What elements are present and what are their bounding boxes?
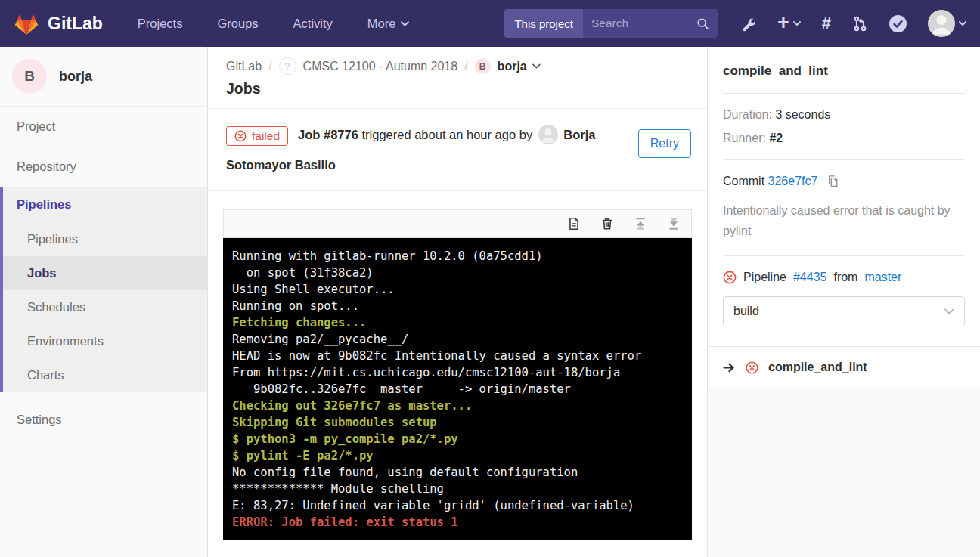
commit-sha-link[interactable]: 326e7fc7 [768, 175, 818, 187]
sidebar-subitem-jobs[interactable]: Jobs [3, 256, 207, 290]
job-details-sidebar: compile_and_lint Duration: 3 seconds Run… [707, 47, 980, 557]
nav-projects[interactable]: Projects [138, 17, 183, 31]
breadcrumb: GitLab / ? CMSC 12100 - Autumn 2018 / B … [226, 57, 689, 75]
job-log: Running with gitlab-runner 10.2.0 (0a75c… [223, 209, 692, 540]
pipeline-row: Pipeline #4435 from master [723, 271, 965, 284]
log-line: Running on spot... [232, 298, 683, 314]
breadcrumb-separator: / [464, 60, 467, 73]
pipeline-job-item[interactable]: compile_and_lint [708, 346, 980, 388]
pipeline-label: Pipeline [743, 271, 786, 284]
sidebar-filler [708, 388, 980, 557]
breadcrumb-project-dropdown[interactable]: borja [498, 60, 541, 73]
gitlab-logo[interactable]: GitLab [14, 11, 103, 36]
sidebar-subitem-pipelines[interactable]: Pipelines [3, 222, 207, 256]
pipeline-branch-link[interactable]: master [864, 271, 901, 284]
chevron-down-icon [401, 21, 409, 26]
job-triggered-text: triggered about an hour ago by [361, 128, 532, 141]
sidebar-subitem-environments[interactable]: Environments [3, 324, 207, 358]
nav-groups[interactable]: Groups [217, 17, 258, 31]
top-navbar: GitLab Projects Groups Activity More Thi… [0, 0, 980, 47]
plus-menu[interactable]: + [777, 15, 801, 32]
sidebar-item-pipelines[interactable]: Pipelines [3, 187, 207, 222]
pipeline-from-label: from [833, 271, 858, 284]
wrench-icon[interactable] [740, 16, 756, 32]
breadcrumb-separator: / [268, 60, 271, 73]
duration-label: Duration: [723, 108, 772, 121]
commit-label: Commit [723, 175, 764, 187]
copy-icon[interactable] [826, 175, 839, 190]
failed-status-icon [723, 271, 737, 284]
hash-icon[interactable]: # [822, 15, 831, 32]
search-field[interactable] [583, 9, 718, 38]
log-line: Fetching changes... [232, 314, 683, 331]
stage-dropdown[interactable]: build [723, 296, 965, 326]
nav-more[interactable]: More [368, 17, 410, 31]
log-line: E: 83,27: Undefined variable 'gridd' (un… [232, 497, 683, 514]
sidebar-item-repository[interactable]: Repository [0, 147, 207, 187]
scroll-bottom-icon[interactable] [667, 217, 681, 231]
log-line: $ pylint -E pa2/*.py [232, 447, 683, 464]
erase-log-icon[interactable] [600, 217, 614, 231]
job-details-panel: compile_and_lint Duration: 3 seconds Run… [708, 47, 980, 346]
breadcrumb-group[interactable]: CMSC 12100 - Autumn 2018 [303, 60, 458, 73]
chevron-down-icon [532, 63, 541, 69]
primary-nav: Projects Groups Activity More [138, 17, 410, 31]
scroll-top-icon[interactable] [634, 217, 647, 231]
log-toolbar [223, 209, 692, 238]
breadcrumb-root[interactable]: GitLab [226, 60, 262, 73]
job-id: Job #8776 [298, 128, 358, 141]
log-line: HEAD is now at 9b082fc Intentionally cau… [232, 348, 683, 364]
group-avatar-icon: ? [279, 57, 296, 75]
project-context[interactable]: B borja [0, 47, 207, 107]
logo-text: GitLab [48, 14, 103, 34]
log-line: ERROR: Job failed: exit status 1 [232, 514, 683, 531]
failed-status-icon [746, 361, 758, 374]
divider [723, 159, 965, 160]
todos-check-icon[interactable] [889, 15, 907, 32]
log-terminal: Running with gitlab-runner 10.2.0 (0a75c… [223, 238, 692, 540]
avatar [928, 10, 955, 37]
sidebar-subitem-schedules[interactable]: Schedules [3, 290, 207, 324]
pipeline-job-name: compile_and_lint [768, 361, 867, 374]
current-job-arrow-icon [723, 361, 736, 374]
log-line: Removing pa2/__pycache__/ [232, 331, 683, 348]
job-header: failed Job #8776 triggered about an hour… [208, 109, 707, 191]
nav-more-label: More [368, 17, 396, 31]
job-name-title: compile_and_lint [723, 63, 965, 79]
chevron-down-icon [944, 308, 954, 314]
navbar-icon-group: + # [740, 10, 966, 37]
search-bar: This project [504, 9, 718, 38]
log-line: No config file found, using default conf… [232, 464, 683, 481]
retry-button[interactable]: Retry [638, 129, 691, 158]
search-scope-button[interactable]: This project [504, 9, 583, 38]
user-menu[interactable] [928, 10, 966, 37]
log-line: Using Shell executor... [232, 281, 683, 298]
status-badge: failed [226, 126, 288, 146]
pipeline-id-link[interactable]: #4435 [793, 271, 827, 284]
runner-row: Runner: #2 [723, 132, 965, 145]
chevron-down-icon [959, 21, 966, 26]
divider [723, 255, 965, 256]
sidebar-item-settings[interactable]: Settings [0, 400, 207, 440]
log-line: on spot (31f38ca2) [232, 265, 683, 281]
page-title: Jobs [226, 80, 689, 97]
log-line: $ python3 -m py_compile pa2/*.py [232, 431, 683, 447]
left-sidebar: B borja Project Repository Pipelines Pip… [0, 47, 208, 557]
user-avatar[interactable] [538, 125, 558, 144]
search-icon[interactable] [696, 17, 709, 30]
stage-dropdown-value: build [733, 305, 759, 318]
gitlab-tanuki-icon [14, 11, 39, 36]
nav-activity[interactable]: Activity [293, 17, 333, 31]
sidebar-item-project[interactable]: Project [0, 107, 207, 147]
project-avatar: B [12, 59, 47, 94]
log-line: Running with gitlab-runner 10.2.0 (0a75c… [232, 248, 683, 265]
sidebar-subitem-charts[interactable]: Charts [3, 358, 207, 392]
raw-log-icon[interactable] [567, 217, 581, 231]
commit-row: Commit 326e7fc7 [723, 175, 965, 190]
sidebar-section-pipelines: Pipelines Pipelines Jobs Schedules Envir… [0, 187, 207, 392]
log-line: ************* Module schelling [232, 481, 683, 497]
search-input[interactable] [591, 17, 696, 30]
duration-value: 3 seconds [775, 108, 830, 121]
merge-request-icon[interactable] [852, 16, 868, 32]
commit-message: Intentionally caused error that is caugh… [723, 200, 965, 241]
